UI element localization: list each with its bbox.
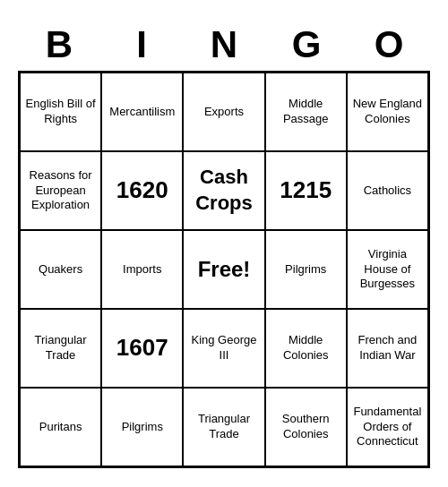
bingo-cell-0-0: English Bill of Rights [20,73,101,151]
bingo-cell-4-3: Southern Colonies [265,388,347,466]
bingo-cell-0-1: Mercantilism [101,73,183,151]
bingo-cell-0-2: Exports [183,73,264,151]
bingo-cell-2-2: Free! [183,230,264,309]
bingo-cell-2-0: Quakers [20,230,101,309]
bingo-cell-1-4: Catholics [347,151,428,230]
bingo-cell-3-2: King George III [183,309,264,388]
bingo-cell-4-2: Triangular Trade [183,388,264,466]
bingo-cell-2-3: Pilgrims [265,230,347,309]
bingo-cell-3-4: French and Indian War [347,309,428,388]
bingo-cell-1-3: 1215 [265,151,347,230]
bingo-cell-2-1: Imports [101,230,183,309]
bingo-letter-n: N [183,19,265,71]
bingo-letter-i: I [100,19,183,71]
bingo-cell-3-1: 1607 [101,309,183,388]
bingo-header: BINGO [18,19,430,71]
bingo-cell-0-3: Middle Passage [265,73,347,151]
bingo-cell-3-0: Triangular Trade [20,309,101,388]
bingo-card: BINGO English Bill of RightsMercantilism… [9,10,439,477]
bingo-cell-1-2: Cash Crops [183,151,264,230]
bingo-letter-o: O [348,19,430,71]
bingo-cell-1-1: 1620 [101,151,183,230]
bingo-letter-g: G [265,19,348,71]
bingo-cell-2-4: Virginia House of Burgesses [347,230,428,309]
bingo-cell-4-0: Puritans [20,388,101,466]
bingo-cell-3-3: Middle Colonies [265,309,347,388]
bingo-cell-4-1: Pilgrims [101,388,183,466]
bingo-cell-1-0: Reasons for European Exploration [20,151,101,230]
bingo-letter-b: B [18,19,100,71]
bingo-grid: English Bill of RightsMercantilismExport… [18,71,430,468]
bingo-cell-0-4: New England Colonies [347,73,428,151]
bingo-cell-4-4: Fundamental Orders of Connecticut [347,388,428,466]
